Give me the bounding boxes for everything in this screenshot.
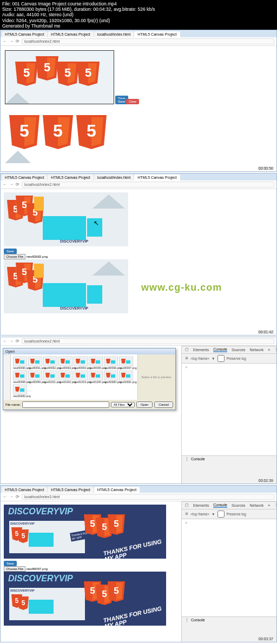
svg-text:5: 5 (114, 519, 118, 529)
filename-input[interactable] (22, 401, 109, 408)
screenshot-frame-4: HTML5 Canvas Project HTML5 Canvas Projec… (0, 485, 277, 642)
svg-rect-25 (81, 360, 85, 364)
cancel-button[interactable]: Cancel (154, 401, 173, 408)
console-prompt[interactable]: > (185, 365, 187, 369)
clear-console-icon[interactable]: ⊘ (185, 512, 188, 516)
devtools-tab[interactable]: Sources (232, 504, 246, 507)
save-button[interactable]: Save (4, 561, 17, 566)
more-tabs-icon[interactable]: » (268, 504, 270, 507)
choose-file-button[interactable]: Choose File (4, 566, 25, 572)
address-bar[interactable]: localhost/index2.html (22, 338, 274, 344)
tab[interactable]: HTML5 Canvas Project (48, 175, 93, 180)
file-thumb[interactable]: new81002.png (58, 371, 72, 384)
html5-shields-group: 5 5 5 5 (15, 56, 102, 98)
devtools-tab-active[interactable]: Console (213, 347, 227, 352)
forward-icon[interactable]: → (9, 494, 14, 499)
file-thumb[interactable]: new81003.png (74, 371, 88, 384)
devtools-tab[interactable]: Network (250, 504, 264, 507)
file-thumb[interactable]: new82680.png (104, 371, 118, 384)
tab[interactable]: HTML5 Canvas Project (2, 487, 47, 493)
clear-button[interactable]: Clear (126, 99, 139, 104)
meta-video: Video: h264, yuv420p, 1920x1080, 30.00 f… (2, 18, 275, 23)
device-icon[interactable]: ▢ (185, 347, 189, 352)
file-thumb[interactable]: new80098.png (13, 371, 27, 384)
reload-icon[interactable]: ⟳ (16, 182, 19, 187)
discovery-sub: DISCOVERYVIP (9, 521, 85, 526)
canvas-composite: 5 5 5 DISCOVERYVIP ↖ (4, 192, 128, 246)
tab[interactable]: HTML5 Canvas Project (2, 31, 47, 37)
file-thumb[interactable]: new80099.png (28, 371, 42, 384)
address-bar[interactable]: localhost/index3.html (22, 494, 274, 500)
file-thumb[interactable]: new80090.png (13, 357, 27, 370)
file-thumb[interactable]: new80092.png (43, 357, 57, 370)
back-icon[interactable]: ← (3, 339, 7, 344)
file-thumb[interactable]: new81200.png (89, 371, 103, 384)
drawer-menu-icon[interactable]: ⋮ (185, 618, 189, 622)
drawer-label[interactable]: Console (191, 457, 205, 461)
tab[interactable]: HTML5 Canvas Project (48, 31, 93, 37)
discovery-banner: DISCOVERYVIP DISCOVERYVIP 5 5 5 5 5 THAN… (4, 572, 166, 626)
device-icon[interactable]: ▢ (185, 503, 189, 507)
settings-icon[interactable]: ⋮ (274, 503, 277, 507)
html5-group: 5 5 5 (7, 196, 67, 242)
forward-icon[interactable]: → (9, 339, 14, 344)
preserve-log-checkbox[interactable] (217, 355, 225, 362)
file-thumb[interactable]: new80093.png (58, 357, 72, 370)
svg-text:5: 5 (87, 121, 96, 140)
file-thumb[interactable]: new80091.png (28, 357, 42, 370)
file-thumb[interactable]: new80097.png (119, 357, 133, 370)
file-thumb[interactable]: new80095.png (89, 357, 103, 370)
svg-rect-33 (20, 374, 24, 378)
tab-active[interactable]: HTML5 Canvas Project (134, 175, 180, 180)
preserve-log-checkbox[interactable] (217, 511, 225, 518)
top-frame-select[interactable]: <top frame> (190, 357, 209, 360)
file-thumb[interactable]: new80094.png (74, 357, 88, 370)
back-icon[interactable]: ← (3, 39, 7, 44)
svg-text:5: 5 (114, 586, 118, 596)
svg-text:5: 5 (22, 200, 27, 210)
devtools-tab[interactable]: Elements (193, 348, 209, 352)
choose-file-button[interactable]: Choose File (4, 254, 25, 259)
browser-navbar: ← → ⟳ localhost/index2.html (1, 180, 276, 189)
file-thumb[interactable]: new82682.png (13, 385, 27, 398)
canvas-drop-area[interactable]: 5 5 5 5 (5, 50, 114, 104)
settings-icon[interactable]: ⋮ (274, 347, 277, 352)
address-bar[interactable]: localhost/index2.html (22, 182, 274, 187)
open-button[interactable]: Open (136, 401, 153, 408)
tab-active[interactable]: HTML5 Canvas Project (134, 31, 180, 37)
reload-icon[interactable]: ⟳ (16, 494, 19, 499)
meta-gen: Generated by Thumbnail me (2, 23, 275, 29)
clear-console-icon[interactable]: ⊘ (185, 356, 188, 360)
file-thumb[interactable]: new80096.png (104, 357, 118, 370)
filetype-select[interactable]: All Files (111, 402, 135, 407)
back-icon[interactable]: ← (3, 494, 7, 499)
triangle-decor (5, 93, 29, 104)
svg-rect-41 (81, 374, 85, 378)
back-icon[interactable]: ← (3, 182, 7, 187)
tab[interactable]: localhost/index.html (94, 31, 134, 37)
file-thumb[interactable]: new81001.png (43, 371, 57, 384)
tab[interactable]: localhost/index.html (94, 175, 134, 180)
tab[interactable]: HTML5 Canvas Project (2, 175, 47, 180)
forward-icon[interactable]: → (9, 39, 14, 44)
file-thumb[interactable]: new82681.png (119, 371, 133, 384)
devtools-tab[interactable]: Network (250, 348, 264, 352)
drawer-label[interactable]: Console (191, 618, 205, 622)
save-button[interactable]: Save (4, 249, 17, 254)
more-tabs-icon[interactable]: » (268, 348, 270, 352)
console-prompt[interactable]: > (185, 521, 187, 525)
devtools-tab[interactable]: Sources (232, 348, 246, 352)
reload-icon[interactable]: ⟳ (16, 339, 19, 344)
devtools-tab[interactable]: Elements (193, 504, 209, 507)
devtools-tab-active[interactable]: Console (213, 503, 227, 508)
tab-active[interactable]: HTML5 Canvas Project (94, 487, 140, 493)
forward-icon[interactable]: → (9, 182, 14, 187)
dialog-title: Open (3, 348, 175, 354)
drawer-menu-icon[interactable]: ⋮ (185, 457, 189, 461)
top-frame-select[interactable]: <top frame> (190, 512, 209, 516)
address-bar[interactable]: localhost/index2.html (22, 38, 274, 44)
file-sidebar (3, 354, 11, 400)
tab[interactable]: HTML5 Canvas Project (48, 487, 93, 493)
svg-text:5: 5 (23, 66, 30, 79)
reload-icon[interactable]: ⟳ (16, 39, 19, 44)
